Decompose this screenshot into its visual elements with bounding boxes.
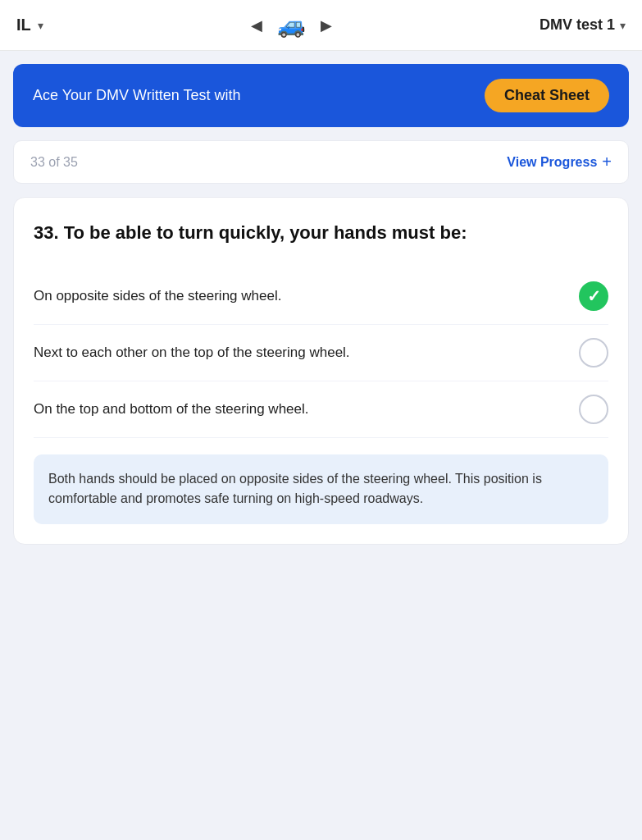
app-header: IL ▾ ◀ 🚙 ▶ DMV test 1 ▾ [0, 0, 642, 51]
empty-circle-icon-3 [579, 395, 608, 424]
answer-right-2 [562, 338, 608, 368]
test-dropdown-icon: ▾ [620, 19, 626, 32]
view-progress-button[interactable]: View Progress + [507, 153, 612, 171]
question-text: 33. To be able to turn quickly, your han… [34, 221, 608, 245]
cheat-sheet-button[interactable]: Cheat Sheet [485, 79, 609, 112]
empty-circle-icon-2 [579, 338, 608, 368]
answer-right-1: ✓ [562, 281, 608, 311]
explanation-text: Both hands should be placed on opposite … [48, 472, 542, 506]
answer-option-3[interactable]: On the top and bottom of the steering wh… [34, 381, 608, 438]
question-card: 33. To be able to turn quickly, your han… [13, 197, 629, 545]
state-dropdown-icon: ▾ [38, 19, 43, 32]
answer-indicator-3 [579, 395, 608, 424]
answer-option-1[interactable]: On opposite sides of the steering wheel.… [34, 268, 608, 325]
test-label: DMV test 1 [540, 16, 615, 34]
answer-option-2[interactable]: Next to each other on the top of the ste… [34, 325, 608, 381]
correct-circle-icon: ✓ [579, 281, 608, 311]
test-selector[interactable]: DMV test 1 ▾ [540, 16, 626, 34]
checkmark-icon: ✓ [587, 286, 601, 306]
question-count: 33 of 35 [30, 155, 78, 170]
view-progress-label: View Progress [507, 155, 597, 170]
explanation-box: Both hands should be placed on opposite … [34, 454, 608, 525]
answer-indicator-1: ✓ [579, 281, 608, 311]
answer-text-3: On the top and bottom of the steering wh… [34, 399, 562, 419]
state-label: IL [16, 16, 31, 34]
navigation-controls: ◀ 🚙 ▶ [251, 11, 332, 39]
promo-banner: Ace Your DMV Written Test with Cheat She… [13, 64, 629, 127]
next-arrow-icon[interactable]: ▶ [321, 16, 332, 34]
view-progress-plus-icon: + [602, 153, 612, 171]
answer-text-2: Next to each other on the top of the ste… [34, 343, 562, 363]
answer-right-3 [562, 395, 608, 424]
answer-indicator-2 [579, 338, 608, 368]
state-selector[interactable]: IL ▾ [16, 16, 43, 34]
answer-text-1: On opposite sides of the steering wheel. [34, 286, 562, 306]
progress-row: 33 of 35 View Progress + [13, 140, 629, 184]
banner-text: Ace Your DMV Written Test with [33, 87, 240, 104]
prev-arrow-icon[interactable]: ◀ [251, 16, 262, 34]
car-icon: 🚙 [277, 11, 306, 39]
